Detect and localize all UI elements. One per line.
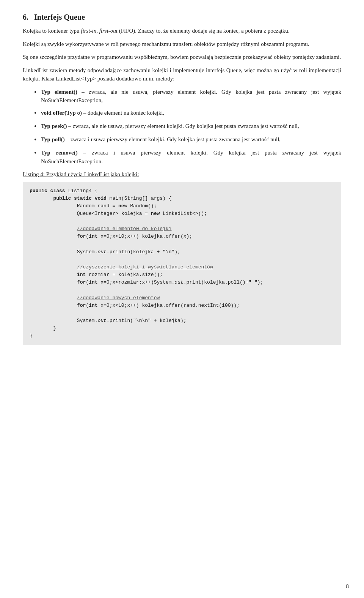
- list-item: • void offer(Typ o) – dodaje element na …: [34, 109, 341, 118]
- bullet-text: Typ peek() – zwraca, ale nie usuwa, pier…: [41, 122, 299, 131]
- code-block: public class Listing4 { public static vo…: [23, 182, 341, 346]
- section-heading: 6. Interfejs Queue: [23, 11, 341, 23]
- list-item: • Typ poll() – zwraca i usuwa pierwszy e…: [34, 135, 341, 145]
- listing-label: Listing 4: Przykład użycia LinkedList ja…: [23, 170, 341, 179]
- list-item: • Typ element() – zwraca, ale nie usuwa,…: [34, 88, 341, 105]
- paragraph-4: LinkedList zawiera metody odpowiadające …: [23, 66, 341, 83]
- bullet-dot: •: [34, 122, 41, 131]
- bullet-dot: •: [34, 109, 41, 118]
- bullet-dot: •: [34, 148, 41, 158]
- bullet-dot: •: [34, 135, 41, 145]
- bullet-list: • Typ element() – zwraca, ale nie usuwa,…: [34, 88, 341, 166]
- bullet-text: Typ remove() – zwraca i usuwa pierwszy e…: [41, 148, 341, 166]
- paragraph-1: Kolejka to kontener typu first-in, first…: [23, 27, 341, 35]
- bullet-dot: •: [34, 88, 41, 97]
- paragraph-3: Są one szczególnie przydatne w programow…: [23, 53, 341, 62]
- bullet-text: Typ poll() – zwraca i usuwa pierwszy ele…: [41, 135, 281, 144]
- list-item: • Typ peek() – zwraca, ale nie usuwa, pi…: [34, 122, 341, 131]
- paragraph-2: Kolejki są zwykle wykorzystywane w roli …: [23, 40, 341, 49]
- list-item: • Typ remove() – zwraca i usuwa pierwszy…: [34, 148, 341, 166]
- bullet-text: Typ element() – zwraca, ale nie usuwa, p…: [41, 88, 341, 105]
- bullet-text: void offer(Typ o) – dodaje element na ko…: [41, 109, 164, 117]
